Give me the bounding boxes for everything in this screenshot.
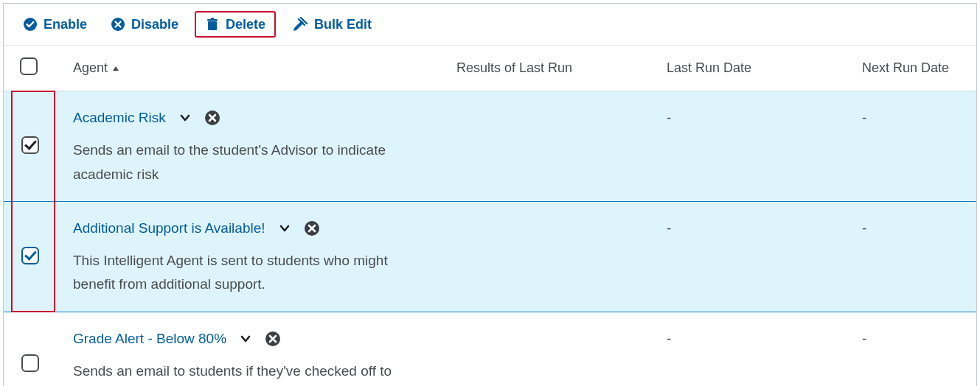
last-run-cell: - xyxy=(650,201,846,312)
last-run-cell: - xyxy=(650,312,846,386)
agent-title-link[interactable]: Academic Risk xyxy=(73,106,166,130)
svg-rect-4 xyxy=(211,18,214,20)
agents-table: Agent Results of Last Run Last Run Date … xyxy=(4,46,976,386)
results-cell xyxy=(440,312,650,386)
agent-cell: Grade Alert - Below 80%Sends an email to… xyxy=(57,312,440,386)
agent-description: Sends an email to students if they've ch… xyxy=(73,359,424,386)
checkbox-cell xyxy=(4,91,57,202)
agents-tbody: Academic RiskSends an email to the stude… xyxy=(4,91,976,387)
results-cell xyxy=(440,201,650,312)
disabled-status-icon xyxy=(204,110,220,126)
disabled-status-icon xyxy=(265,331,281,347)
chevron-down-icon[interactable] xyxy=(179,112,191,124)
agent-cell: Additional Support is Available!This Int… xyxy=(57,201,440,312)
agent-description: This Intelligent Agent is sent to studen… xyxy=(73,249,424,297)
results-cell xyxy=(440,91,650,202)
check-circle-icon xyxy=(23,17,38,32)
bulk-edit-icon xyxy=(292,17,308,32)
row-checkbox[interactable] xyxy=(21,136,39,154)
x-circle-icon xyxy=(111,17,125,32)
column-header-last-run[interactable]: Last Run Date xyxy=(650,46,846,91)
table-row: Additional Support is Available!This Int… xyxy=(4,201,976,312)
agent-title-link[interactable]: Grade Alert - Below 80% xyxy=(73,327,226,351)
row-checkbox[interactable] xyxy=(21,354,39,372)
agent-cell: Academic RiskSends an email to the stude… xyxy=(57,91,440,202)
checkbox-cell xyxy=(4,312,57,386)
checkbox-cell xyxy=(4,201,57,312)
agent-header-label: Agent xyxy=(73,60,108,76)
table-row: Grade Alert - Below 80%Sends an email to… xyxy=(4,312,976,386)
column-header-agent[interactable]: Agent xyxy=(57,46,440,91)
bulk-edit-button[interactable]: Bulk Edit xyxy=(285,13,379,36)
agents-panel: Enable Disable Delete Bulk Edit xyxy=(3,3,977,386)
disable-label: Disable xyxy=(131,18,178,31)
agent-title-link[interactable]: Additional Support is Available! xyxy=(73,217,265,240)
chevron-down-icon[interactable] xyxy=(240,333,251,345)
sort-asc-icon xyxy=(112,60,119,76)
svg-rect-2 xyxy=(208,21,217,30)
delete-button[interactable]: Delete xyxy=(195,11,276,38)
enable-label: Enable xyxy=(44,18,87,31)
row-checkbox[interactable] xyxy=(21,247,39,264)
next-run-cell: - xyxy=(846,91,976,202)
column-header-next-run[interactable]: Next Run Date xyxy=(846,46,976,91)
bulk-edit-label: Bulk Edit xyxy=(314,18,372,31)
disable-button[interactable]: Disable xyxy=(103,13,186,36)
agent-description: Sends an email to the student's Advisor … xyxy=(73,138,424,186)
chevron-down-icon[interactable] xyxy=(279,222,291,234)
next-run-cell: - xyxy=(846,312,976,386)
column-header-select xyxy=(4,46,57,91)
table-row: Academic RiskSends an email to the stude… xyxy=(4,91,976,202)
toolbar: Enable Disable Delete Bulk Edit xyxy=(4,4,976,46)
enable-button[interactable]: Enable xyxy=(15,13,94,36)
select-all-checkbox[interactable] xyxy=(20,57,38,75)
trash-icon xyxy=(205,17,220,32)
last-run-cell: - xyxy=(650,91,846,202)
delete-label: Delete xyxy=(226,18,265,31)
column-header-results[interactable]: Results of Last Run xyxy=(440,46,650,91)
next-run-cell: - xyxy=(846,201,976,312)
disabled-status-icon xyxy=(304,220,320,236)
